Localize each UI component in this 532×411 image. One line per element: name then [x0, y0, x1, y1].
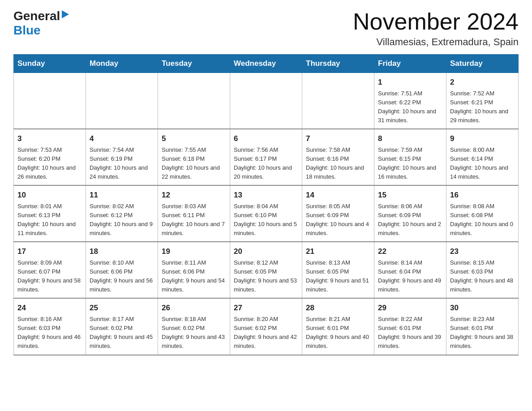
logo-general-text: General: [13, 9, 60, 23]
day-info: Sunrise: 8:18 AMSunset: 6:02 PMDaylight:…: [162, 315, 226, 351]
calendar-cell: 26Sunrise: 8:18 AMSunset: 6:02 PMDayligh…: [158, 298, 230, 355]
day-info: Sunrise: 8:00 AMSunset: 6:14 PMDaylight:…: [450, 146, 515, 182]
day-info: Sunrise: 8:17 AMSunset: 6:02 PMDaylight:…: [90, 315, 154, 351]
day-info: Sunrise: 8:06 AMSunset: 6:09 PMDaylight:…: [378, 202, 442, 238]
day-number: 9: [450, 133, 515, 145]
calendar-title: November 2024: [353, 9, 519, 34]
calendar-cell: 18Sunrise: 8:10 AMSunset: 6:06 PMDayligh…: [86, 242, 158, 298]
calendar-cell: 6Sunrise: 7:56 AMSunset: 6:17 PMDaylight…: [230, 129, 302, 185]
day-info: Sunrise: 7:52 AMSunset: 6:21 PMDaylight:…: [450, 89, 515, 125]
day-number: 8: [378, 133, 442, 145]
calendar-cell: 8Sunrise: 7:59 AMSunset: 6:15 PMDaylight…: [374, 129, 446, 185]
calendar-cell: 28Sunrise: 8:21 AMSunset: 6:01 PMDayligh…: [302, 298, 374, 355]
calendar-cell: 27Sunrise: 8:20 AMSunset: 6:02 PMDayligh…: [230, 298, 302, 355]
calendar-cell: [302, 73, 374, 129]
day-info: Sunrise: 8:15 AMSunset: 6:03 PMDaylight:…: [450, 258, 515, 295]
day-info: Sunrise: 8:14 AMSunset: 6:04 PMDaylight:…: [378, 258, 442, 295]
calendar-table: SundayMondayTuesdayWednesdayThursdayFrid…: [13, 54, 519, 355]
day-number: 6: [234, 133, 298, 145]
day-number: 11: [90, 189, 154, 201]
day-number: 5: [162, 133, 226, 145]
calendar-cell: [14, 73, 86, 129]
calendar-subtitle: Villamesias, Extremadura, Spain: [353, 36, 519, 48]
calendar-cell: 15Sunrise: 8:06 AMSunset: 6:09 PMDayligh…: [374, 185, 446, 242]
day-number: 7: [306, 133, 370, 145]
day-number: 30: [450, 302, 515, 314]
day-number: 23: [450, 246, 515, 257]
day-number: 21: [306, 246, 370, 257]
logo-flag-icon: [62, 10, 69, 18]
day-number: 18: [90, 246, 154, 257]
day-info: Sunrise: 7:58 AMSunset: 6:16 PMDaylight:…: [306, 146, 370, 182]
day-number: 4: [90, 133, 154, 145]
day-number: 15: [378, 189, 442, 201]
day-number: 16: [450, 189, 515, 201]
logo-blue-text: Blue: [13, 23, 41, 37]
day-number: 2: [450, 77, 515, 88]
day-info: Sunrise: 7:59 AMSunset: 6:15 PMDaylight:…: [378, 146, 442, 182]
calendar-cell: [230, 73, 302, 129]
calendar-cell: 21Sunrise: 8:13 AMSunset: 6:05 PMDayligh…: [302, 242, 374, 298]
calendar-cell: 12Sunrise: 8:03 AMSunset: 6:11 PMDayligh…: [158, 185, 230, 242]
calendar-cell: 14Sunrise: 8:05 AMSunset: 6:09 PMDayligh…: [302, 185, 374, 242]
day-number: 25: [90, 302, 154, 314]
day-info: Sunrise: 8:12 AMSunset: 6:05 PMDaylight:…: [234, 258, 298, 295]
calendar-cell: 25Sunrise: 8:17 AMSunset: 6:02 PMDayligh…: [86, 298, 158, 355]
day-number: 28: [306, 302, 370, 314]
col-header-thursday: Thursday: [302, 55, 374, 73]
title-area: November 2024 Villamesias, Extremadura, …: [353, 9, 519, 48]
calendar-cell: 3Sunrise: 7:53 AMSunset: 6:20 PMDaylight…: [14, 129, 86, 185]
day-info: Sunrise: 8:05 AMSunset: 6:09 PMDaylight:…: [306, 202, 370, 238]
col-header-sunday: Sunday: [14, 55, 86, 73]
day-info: Sunrise: 8:16 AMSunset: 6:03 PMDaylight:…: [17, 315, 82, 351]
svg-marker-0: [62, 10, 69, 18]
day-number: 26: [162, 302, 226, 314]
day-number: 24: [17, 302, 82, 314]
day-info: Sunrise: 8:02 AMSunset: 6:12 PMDaylight:…: [90, 202, 154, 238]
calendar-cell: 11Sunrise: 8:02 AMSunset: 6:12 PMDayligh…: [86, 185, 158, 242]
day-number: 3: [17, 133, 82, 145]
calendar-cell: 30Sunrise: 8:23 AMSunset: 6:01 PMDayligh…: [446, 298, 519, 355]
calendar-cell: 16Sunrise: 8:08 AMSunset: 6:08 PMDayligh…: [446, 185, 519, 242]
calendar-cell: 24Sunrise: 8:16 AMSunset: 6:03 PMDayligh…: [14, 298, 86, 355]
day-info: Sunrise: 8:01 AMSunset: 6:13 PMDaylight:…: [17, 202, 82, 238]
day-info: Sunrise: 8:09 AMSunset: 6:07 PMDaylight:…: [17, 258, 82, 295]
calendar-cell: 22Sunrise: 8:14 AMSunset: 6:04 PMDayligh…: [374, 242, 446, 298]
calendar-cell: 10Sunrise: 8:01 AMSunset: 6:13 PMDayligh…: [14, 185, 86, 242]
day-info: Sunrise: 8:23 AMSunset: 6:01 PMDaylight:…: [450, 315, 515, 351]
day-number: 14: [306, 189, 370, 201]
day-info: Sunrise: 8:22 AMSunset: 6:01 PMDaylight:…: [378, 315, 442, 351]
calendar-cell: 17Sunrise: 8:09 AMSunset: 6:07 PMDayligh…: [14, 242, 86, 298]
day-number: 20: [234, 246, 298, 257]
col-header-wednesday: Wednesday: [230, 55, 302, 73]
day-number: 13: [234, 189, 298, 201]
day-number: 27: [234, 302, 298, 314]
calendar-week-row: 1Sunrise: 7:51 AMSunset: 6:22 PMDaylight…: [14, 73, 519, 129]
calendar-cell: 2Sunrise: 7:52 AMSunset: 6:21 PMDaylight…: [446, 73, 519, 129]
day-info: Sunrise: 8:13 AMSunset: 6:05 PMDaylight:…: [306, 258, 370, 295]
day-number: 12: [162, 189, 226, 201]
calendar-cell: 23Sunrise: 8:15 AMSunset: 6:03 PMDayligh…: [446, 242, 519, 298]
calendar-cell: 13Sunrise: 8:04 AMSunset: 6:10 PMDayligh…: [230, 185, 302, 242]
day-number: 29: [378, 302, 442, 314]
col-header-monday: Monday: [86, 55, 158, 73]
calendar-cell: 1Sunrise: 7:51 AMSunset: 6:22 PMDaylight…: [374, 73, 446, 129]
calendar-week-row: 10Sunrise: 8:01 AMSunset: 6:13 PMDayligh…: [14, 185, 519, 242]
day-info: Sunrise: 8:20 AMSunset: 6:02 PMDaylight:…: [234, 315, 298, 351]
calendar-cell: 19Sunrise: 8:11 AMSunset: 6:06 PMDayligh…: [158, 242, 230, 298]
day-info: Sunrise: 8:10 AMSunset: 6:06 PMDaylight:…: [90, 258, 154, 295]
calendar-cell: [158, 73, 230, 129]
calendar-week-row: 17Sunrise: 8:09 AMSunset: 6:07 PMDayligh…: [14, 242, 519, 298]
col-header-saturday: Saturday: [446, 55, 519, 73]
day-info: Sunrise: 7:51 AMSunset: 6:22 PMDaylight:…: [378, 89, 442, 125]
day-number: 1: [378, 77, 442, 88]
calendar-cell: 4Sunrise: 7:54 AMSunset: 6:19 PMDaylight…: [86, 129, 158, 185]
calendar-week-row: 3Sunrise: 7:53 AMSunset: 6:20 PMDaylight…: [14, 129, 519, 185]
calendar-cell: 29Sunrise: 8:22 AMSunset: 6:01 PMDayligh…: [374, 298, 446, 355]
day-info: Sunrise: 8:04 AMSunset: 6:10 PMDaylight:…: [234, 202, 298, 238]
day-info: Sunrise: 8:21 AMSunset: 6:01 PMDaylight:…: [306, 315, 370, 351]
calendar-header-row: SundayMondayTuesdayWednesdayThursdayFrid…: [14, 55, 519, 73]
page-header: General Blue November 2024 Villamesias, …: [13, 9, 519, 48]
calendar-cell: 9Sunrise: 8:00 AMSunset: 6:14 PMDaylight…: [446, 129, 519, 185]
day-info: Sunrise: 7:54 AMSunset: 6:19 PMDaylight:…: [90, 146, 154, 182]
